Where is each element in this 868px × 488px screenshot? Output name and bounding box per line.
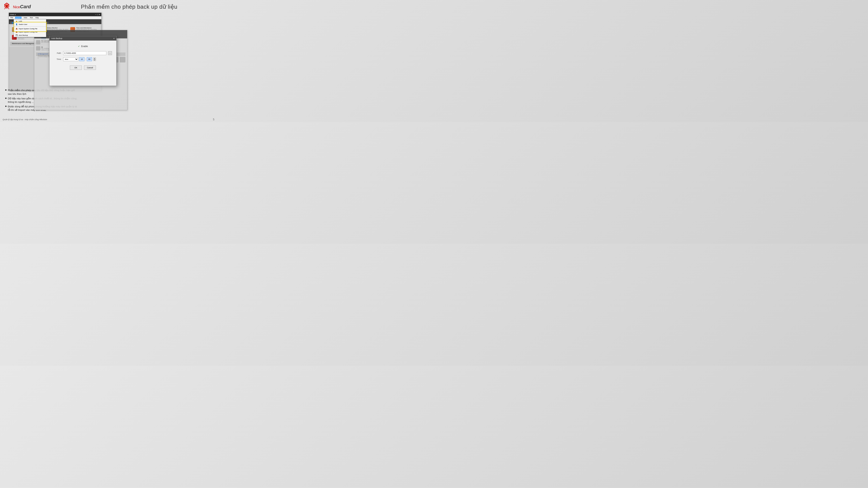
path-label: Path: bbox=[54, 52, 61, 54]
system-dropdown-menu: 🔒 Lock 👤 Switch User 📥 Import System Con… bbox=[14, 19, 46, 37]
time-min-input[interactable] bbox=[87, 57, 92, 61]
close-icon[interactable]: ✕ bbox=[99, 14, 100, 15]
sw-titlebar: IVMS-4 ─ □ ✕ bbox=[9, 13, 101, 16]
main-content: the card swiping record of the ess contr… bbox=[0, 12, 217, 117]
import-config-label: Import System Config File bbox=[19, 28, 37, 30]
bg-titlebar bbox=[34, 30, 127, 34]
backup-icon: 💾 bbox=[16, 34, 18, 36]
logo-card: Card bbox=[20, 4, 31, 9]
menu-view[interactable]: View bbox=[23, 17, 28, 19]
sw-menubar: File System View Tool Help 🔒 Lock 👤 Swit… bbox=[9, 16, 101, 19]
bg-cam-icon-2 bbox=[120, 57, 125, 62]
cancel-button[interactable]: Cancel bbox=[84, 65, 96, 70]
menu-system[interactable]: System bbox=[15, 17, 22, 19]
menu-help[interactable]: Help bbox=[35, 17, 39, 19]
nicecard-logo-icon bbox=[2, 2, 11, 11]
time-hour-input[interactable] bbox=[79, 57, 85, 61]
bg-module-icon-1 bbox=[36, 40, 40, 44]
auto-backup-dialog: Auto Backup × ✓ Enable Path: … Time: bbox=[49, 36, 117, 86]
time-row: Mon Tue Wed Thu Fri Sat Sun : ▲ bbox=[63, 57, 96, 61]
dropdown-auto-backup[interactable]: 💾 Auto Backup bbox=[14, 34, 46, 37]
dropdown-lock[interactable]: 🔒 Lock bbox=[14, 20, 46, 23]
page-title: Phần mềm cho phép back up dữ liệu bbox=[45, 3, 213, 10]
path-input[interactable] bbox=[63, 51, 106, 55]
logo-nice: Nice bbox=[13, 5, 20, 9]
maximize-icon[interactable]: □ bbox=[97, 14, 98, 15]
dialog-body: ✓ Enable Path: … Time: Mon Tue bbox=[50, 40, 116, 72]
path-field: Path: … bbox=[54, 51, 112, 55]
dialog-close-button[interactable]: × bbox=[113, 37, 115, 40]
status-monitor-title: Status Monitor bbox=[47, 27, 69, 29]
user-icon: 👤 bbox=[16, 24, 18, 25]
time-spinner: ▲ ▼ bbox=[93, 58, 96, 61]
screenshot-area: the card swiping record of the ess contr… bbox=[3, 12, 214, 117]
export-icon: 📤 bbox=[16, 31, 18, 33]
footer-text: Quản lý tập trung từ xa - máy chấm công … bbox=[3, 119, 47, 121]
lock-icon: 🔒 bbox=[16, 20, 18, 22]
logo-area: NiceCard bbox=[2, 2, 45, 11]
auto-backup-label: Auto Backup bbox=[19, 34, 28, 36]
time-label: Time: bbox=[54, 58, 61, 60]
enable-label: Enable bbox=[81, 45, 88, 47]
time-down-button[interactable]: ▼ bbox=[93, 59, 96, 61]
bullet-dot-2 bbox=[5, 98, 6, 99]
logo-text: NiceCard bbox=[13, 4, 31, 9]
sw-window-controls: ─ □ ✕ bbox=[95, 14, 100, 15]
dropdown-export-config[interactable]: 📤 Export System Config File bbox=[14, 30, 46, 34]
dialog-title: Auto Backup bbox=[51, 37, 62, 39]
export-config-label: Export System Config File bbox=[19, 31, 37, 33]
import-icon: 📥 bbox=[16, 28, 18, 30]
bg-module-icon-3 bbox=[36, 46, 40, 51]
bullet-dot-1 bbox=[5, 89, 6, 91]
time-field: Time: Mon Tue Wed Thu Fri Sat Sun : bbox=[54, 57, 112, 61]
page-number: 5 bbox=[213, 118, 214, 121]
minimize-icon[interactable]: ─ bbox=[95, 14, 96, 15]
menu-tool[interactable]: Tool bbox=[29, 17, 33, 19]
path-browse-button[interactable]: … bbox=[108, 51, 112, 55]
lock-label: Lock bbox=[19, 20, 22, 22]
time-day-select[interactable]: Mon Tue Wed Thu Fri Sat Sun bbox=[63, 57, 78, 61]
ok-button[interactable]: OK bbox=[70, 65, 82, 70]
sw-title: IVMS-4 bbox=[10, 14, 16, 15]
dropdown-import-config[interactable]: 📥 Import System Config File bbox=[14, 27, 46, 30]
enable-checkmark[interactable]: ✓ bbox=[78, 45, 80, 48]
footer: Quản lý tập trung từ xa - máy chấm công … bbox=[0, 118, 217, 121]
time-up-button[interactable]: ▲ bbox=[93, 58, 96, 59]
time-attendance-title: Time and Attendance bbox=[76, 27, 98, 29]
dialog-buttons: OK Cancel bbox=[54, 65, 112, 70]
time-separator: : bbox=[85, 58, 86, 61]
dialog-titlebar: Auto Backup × bbox=[50, 36, 116, 40]
bullet-dot-3 bbox=[5, 106, 6, 107]
header: NiceCard Phần mềm cho phép back up dữ li… bbox=[0, 0, 217, 12]
enable-row: ✓ Enable bbox=[54, 45, 112, 48]
maintenance-label: Maintenance and Management bbox=[12, 42, 36, 44]
dropdown-switch-user[interactable]: 👤 Switch User bbox=[14, 23, 46, 26]
menu-file[interactable]: File bbox=[10, 17, 13, 19]
switch-user-label: Switch User bbox=[19, 24, 27, 25]
attendance-icon: 👥 bbox=[12, 22, 14, 24]
